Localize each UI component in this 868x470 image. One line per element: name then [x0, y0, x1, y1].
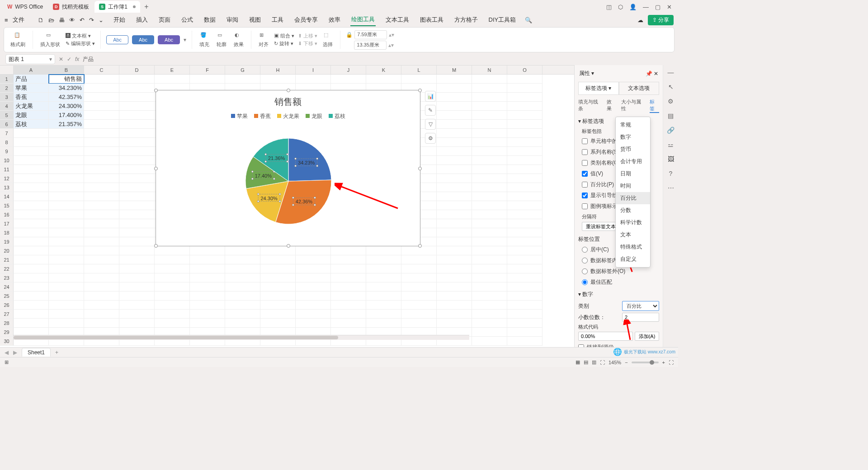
cell[interactable]: [507, 102, 542, 111]
menu-tab-工具[interactable]: 工具: [271, 14, 284, 26]
cell[interactable]: [507, 264, 542, 273]
cell[interactable]: [296, 291, 331, 301]
cell[interactable]: [507, 301, 542, 310]
file-menu[interactable]: 文件: [13, 16, 24, 24]
cell[interactable]: [437, 165, 472, 174]
cell[interactable]: [437, 310, 472, 319]
row-header[interactable]: 27: [0, 310, 14, 319]
cell[interactable]: [49, 183, 84, 192]
cell[interactable]: 龙眼: [14, 111, 49, 120]
cell[interactable]: [472, 192, 507, 201]
chart-handle[interactable]: [287, 244, 290, 248]
shape-style-3[interactable]: Abc: [158, 35, 180, 44]
chart-handle[interactable]: [154, 167, 158, 170]
cell[interactable]: [84, 84, 119, 93]
cell[interactable]: [507, 310, 542, 319]
cell[interactable]: [331, 264, 366, 273]
cell[interactable]: [472, 273, 507, 282]
cell[interactable]: [225, 310, 260, 319]
style-more-icon[interactable]: ▾: [184, 37, 186, 43]
zoom-slider[interactable]: [632, 362, 659, 363]
chart-handle[interactable]: [154, 89, 158, 92]
cell[interactable]: [472, 75, 507, 84]
format-option[interactable]: 会计专用: [616, 155, 650, 168]
row-header[interactable]: 29: [0, 328, 14, 337]
cell[interactable]: [14, 165, 49, 174]
cell[interactable]: [14, 319, 49, 328]
cell[interactable]: [84, 310, 119, 319]
cell[interactable]: [190, 246, 225, 255]
new-tab-button[interactable]: +: [141, 3, 152, 11]
cell[interactable]: [119, 291, 155, 301]
cell[interactable]: [190, 301, 225, 310]
cell[interactable]: [472, 310, 507, 319]
cell[interactable]: [84, 183, 119, 192]
image-icon[interactable]: 🖼: [668, 155, 674, 163]
zoom-fit-icon[interactable]: ⛶: [600, 360, 605, 365]
cell[interactable]: [155, 273, 190, 282]
row-header[interactable]: 6: [0, 120, 14, 129]
cell[interactable]: [119, 228, 155, 237]
cell[interactable]: [472, 174, 507, 183]
cell[interactable]: [507, 183, 542, 192]
cell[interactable]: [437, 273, 472, 282]
menu-tab-方方格子[interactable]: 方方格子: [453, 14, 479, 26]
cell[interactable]: [331, 282, 366, 291]
cell[interactable]: [84, 273, 119, 282]
cell[interactable]: [401, 75, 437, 84]
cell[interactable]: [84, 111, 119, 120]
format-option[interactable]: 分数: [616, 204, 650, 216]
prev-sheet-icon[interactable]: ◀: [5, 349, 9, 356]
cell[interactable]: [366, 310, 401, 319]
zoom-out-icon[interactable]: −: [625, 360, 627, 365]
cell[interactable]: [225, 246, 260, 255]
cell[interactable]: [119, 183, 155, 192]
cell[interactable]: [225, 282, 260, 291]
cell[interactable]: [366, 255, 401, 264]
cell[interactable]: [14, 147, 49, 156]
cell[interactable]: [507, 120, 542, 129]
cell[interactable]: [472, 102, 507, 111]
cell[interactable]: [507, 246, 542, 255]
cell[interactable]: [84, 174, 119, 183]
menu-tab-公式[interactable]: 公式: [180, 14, 194, 26]
cell[interactable]: [190, 282, 225, 291]
row-header[interactable]: 25: [0, 291, 14, 301]
cell[interactable]: [507, 138, 542, 147]
cell[interactable]: [49, 264, 84, 273]
cell[interactable]: [507, 192, 542, 201]
cell[interactable]: [331, 310, 366, 319]
next-sheet-icon[interactable]: ▶: [13, 349, 17, 356]
format-option[interactable]: 日期: [616, 168, 650, 180]
col-header[interactable]: E: [155, 66, 190, 74]
row-header[interactable]: 26: [0, 301, 14, 310]
cell[interactable]: [472, 120, 507, 129]
cell[interactable]: [119, 93, 155, 102]
cell[interactable]: [437, 102, 472, 111]
cell[interactable]: [437, 156, 472, 165]
row-header[interactable]: 14: [0, 192, 14, 201]
cell[interactable]: [437, 255, 472, 264]
rotate-button[interactable]: ↻ 旋转 ▾: [274, 40, 294, 47]
col-header[interactable]: O: [507, 66, 542, 74]
col-header[interactable]: J: [331, 66, 366, 74]
app-tab[interactable]: W WPS Office: [3, 1, 47, 13]
more-icon[interactable]: ⋯: [668, 184, 674, 192]
cell[interactable]: [225, 291, 260, 301]
cell[interactable]: [472, 93, 507, 102]
cell[interactable]: [366, 264, 401, 273]
cell[interactable]: [225, 75, 260, 84]
cell[interactable]: [49, 210, 84, 219]
cube-icon[interactable]: ⬡: [618, 4, 623, 10]
width-input[interactable]: [354, 30, 387, 39]
cell[interactable]: [155, 310, 190, 319]
cell[interactable]: [119, 201, 155, 210]
cell[interactable]: [14, 291, 49, 301]
cell[interactable]: [119, 282, 155, 291]
chart-filter-icon[interactable]: ▽: [425, 119, 436, 130]
tab-label-options[interactable]: 标签选项 ▾: [578, 82, 619, 95]
row-header[interactable]: 7: [0, 129, 14, 138]
legend-item[interactable]: 荔枝: [329, 113, 345, 120]
quick-print-icon[interactable]: 🖶: [59, 17, 65, 24]
cell[interactable]: [437, 129, 472, 138]
